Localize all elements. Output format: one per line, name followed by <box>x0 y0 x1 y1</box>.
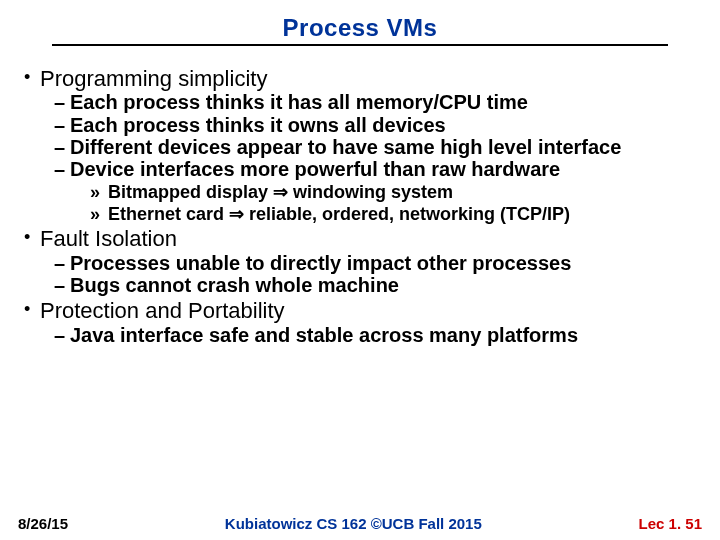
bullet-programming-simplicity: Programming simplicity Each process thin… <box>22 66 698 224</box>
subsub-bitmapped: Bitmapped display ⇒ windowing system <box>90 182 698 203</box>
bullet-text: Programming simplicity <box>40 66 267 91</box>
sub-same-interface: Different devices appear to have same hi… <box>54 136 698 158</box>
title-underline <box>52 44 668 46</box>
bullet-protection-portability: Protection and Portability Java interfac… <box>22 298 698 346</box>
sub-owns-devices: Each process thinks it owns all devices <box>54 114 698 136</box>
slide: Process VMs Programming simplicity Each … <box>0 0 720 540</box>
slide-title: Process VMs <box>22 14 698 42</box>
subsub-ethernet: Ethernet card ⇒ reliable, ordered, netwo… <box>90 204 698 225</box>
bullet-list: Programming simplicity Each process thin… <box>22 66 698 346</box>
footer-page: Lec 1. 51 <box>639 515 702 532</box>
text-post: windowing system <box>288 182 453 202</box>
sub-text: Device interfaces more powerful than raw… <box>70 158 560 180</box>
sub-more-powerful: Device interfaces more powerful than raw… <box>54 158 698 224</box>
bullet-text: Protection and Portability <box>40 298 285 323</box>
arrow-icon: ⇒ <box>229 204 244 224</box>
footer: 8/26/15 Kubiatowicz CS 162 ©UCB Fall 201… <box>0 515 720 532</box>
sub-memory-cpu: Each process thinks it has all memory/CP… <box>54 91 698 113</box>
arrow-icon: ⇒ <box>273 182 288 202</box>
bullet-text: Fault Isolation <box>40 226 177 251</box>
sub-list: Processes unable to directly impact othe… <box>54 252 698 297</box>
sub-no-impact: Processes unable to directly impact othe… <box>54 252 698 274</box>
bullet-fault-isolation: Fault Isolation Processes unable to dire… <box>22 226 698 296</box>
sub-java: Java interface safe and stable across ma… <box>54 324 698 346</box>
subsub-list: Bitmapped display ⇒ windowing system Eth… <box>90 182 698 224</box>
text-post: reliable, ordered, networking (TCP/IP) <box>244 204 570 224</box>
footer-date: 8/26/15 <box>18 515 68 532</box>
footer-course: Kubiatowicz CS 162 ©UCB Fall 2015 <box>225 515 482 532</box>
text-pre: Ethernet card <box>108 204 229 224</box>
sub-list: Each process thinks it has all memory/CP… <box>54 91 698 224</box>
sub-no-crash: Bugs cannot crash whole machine <box>54 274 698 296</box>
sub-list: Java interface safe and stable across ma… <box>54 324 698 346</box>
text-pre: Bitmapped display <box>108 182 273 202</box>
